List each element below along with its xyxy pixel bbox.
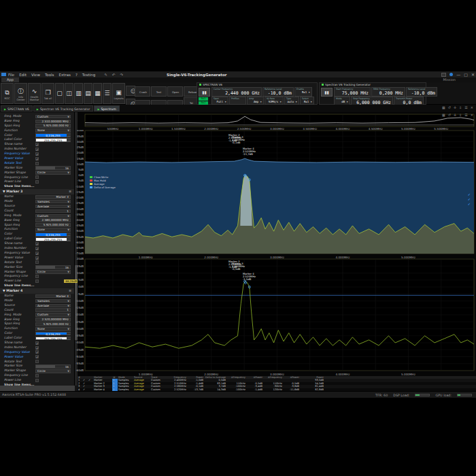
undo-icon[interactable]: ↶ bbox=[112, 73, 116, 77]
spectran-profiles-field[interactable]: Profiles bbox=[229, 97, 246, 105]
svg-text:-55dB: -55dB bbox=[75, 235, 84, 239]
expand-icon[interactable]: ⇳ bbox=[459, 113, 462, 117]
spectran-span-field[interactable]: SpanFull ▾ bbox=[211, 97, 228, 105]
svg-text:35dB: 35dB bbox=[77, 135, 84, 138]
checkbox-show-name[interactable]: ✓ bbox=[35, 143, 39, 146]
checkbox-index-number[interactable]: ✓ bbox=[35, 148, 39, 151]
checkbox-power-value[interactable]: ✓ bbox=[35, 157, 39, 160]
tracking-pause-button[interactable]: ▮▮ bbox=[321, 88, 333, 97]
spectran-type-field[interactable]: Typeauto ▾ bbox=[284, 97, 299, 105]
property-label: Base Freq bbox=[4, 218, 19, 223]
layout-6-button[interactable]: ☰ bbox=[103, 83, 112, 104]
layout-3-button[interactable]: ▥ bbox=[74, 83, 83, 104]
title-bar: FileEditViewToolsExtras?Testing ✎↶↷ Sing… bbox=[0, 71, 476, 78]
refresh-icon[interactable]: ↺ bbox=[448, 113, 451, 117]
menu-icon[interactable]: ☰ bbox=[464, 105, 467, 109]
tab-spectran-v6[interactable]: ▶SPECTRAN V6 bbox=[1, 105, 33, 112]
spectrum-main-chart[interactable]: 1.000MHz2.000MHz3.000MHz4.000MHz5.000MHz… bbox=[63, 130, 476, 263]
checkbox-rotate-text[interactable] bbox=[35, 360, 39, 363]
svg-text:-40dB: -40dB bbox=[75, 218, 84, 222]
crash-button[interactable]: Crash bbox=[135, 86, 150, 97]
checkbox-show-name[interactable]: ✓ bbox=[35, 341, 39, 345]
layouts-button[interactable]: ▣Layouts bbox=[112, 83, 125, 104]
spectrum-tracking-chart[interactable]: 1.000MHz2.000MHz3.000MHz4.000MHz5.000MHz… bbox=[63, 256, 476, 377]
rx1-badge[interactable]: Rx1 bbox=[199, 97, 208, 101]
property-label: Frequency Line bbox=[4, 175, 28, 180]
layout-2-button[interactable]: ◫ bbox=[65, 83, 73, 104]
roc-button[interactable]: ⧉ROC bbox=[1, 83, 14, 104]
spectran-amp-field[interactable]: AmpAmp ▾ bbox=[247, 97, 264, 105]
play-icon: ▶ bbox=[4, 107, 6, 111]
menu-item-view[interactable]: View bbox=[31, 73, 40, 77]
checkbox-frequency-line[interactable] bbox=[35, 374, 39, 377]
tracking-reference-level-field[interactable]: Reference Level-10,0 dBm bbox=[406, 87, 437, 97]
add-icon[interactable]: ✛ bbox=[454, 113, 456, 117]
close-icon[interactable]: ✕ bbox=[471, 113, 473, 117]
close-button[interactable]: ✕ bbox=[471, 71, 475, 78]
layout-1-button[interactable]: ▢ bbox=[55, 83, 64, 104]
tab-spectrum[interactable]: ▶Spectrum bbox=[94, 105, 119, 112]
menu-item-file[interactable]: File bbox=[8, 73, 14, 77]
test-button[interactable]: Test bbox=[151, 86, 167, 97]
checkbox-frequency-value[interactable]: ✓ bbox=[35, 252, 39, 255]
ribbon-tab-app[interactable]: App bbox=[1, 78, 19, 82]
menu-item-edit[interactable]: Edit bbox=[19, 73, 27, 77]
checkbox-index-number[interactable]: ✓ bbox=[35, 247, 39, 250]
checkbox-frequency-value[interactable]: ✓ bbox=[35, 152, 39, 156]
checkbox-frequency-value[interactable]: ✓ bbox=[35, 350, 39, 354]
grid-icon[interactable]: ▦ bbox=[442, 113, 445, 117]
band-overview-chart[interactable]: 500MHz1.000MHz1.500MHz2.000MHz2.500MHz3.… bbox=[63, 114, 476, 131]
checkbox-frequency-line[interactable] bbox=[35, 275, 39, 278]
checkbox-rotate-text[interactable] bbox=[35, 162, 39, 165]
checkbox-power-value[interactable]: ✓ bbox=[35, 355, 39, 358]
svg-text:-30dB: -30dB bbox=[75, 327, 84, 330]
menu-icon[interactable]: ☰ bbox=[464, 113, 467, 117]
checkbox-index-number[interactable]: ✓ bbox=[35, 346, 39, 350]
spectran-iq-rate-field[interactable]: IQ-Rate92MS/s ▾ bbox=[265, 97, 284, 105]
menu-item-tools[interactable]: Tools bbox=[45, 73, 54, 77]
tab-spectran-v6-tracking-generator[interactable]: ▶Spectran V6 Tracking Generator bbox=[33, 105, 94, 112]
checkbox-rotate-text[interactable] bbox=[35, 260, 39, 264]
minimize-button[interactable]: — bbox=[456, 71, 460, 78]
layout-4-button[interactable]: ▤ bbox=[84, 83, 92, 104]
checkbox-show-name[interactable]: ✓ bbox=[35, 242, 39, 245]
spectran-center-frequency-field[interactable]: Center Frequency2,440 000 GHz bbox=[211, 87, 262, 97]
spectran-pause-button[interactable]: ▮▮ bbox=[199, 88, 210, 97]
property-label: Color bbox=[4, 331, 12, 336]
marker-table[interactable]: #MarkeridModeSourceTraceFrequencyPowerDe… bbox=[78, 376, 476, 391]
checkbox-power-value[interactable]: ✓ bbox=[35, 256, 39, 260]
smiley-happy-button[interactable]: ☺ bbox=[126, 86, 135, 96]
property-label: Count bbox=[4, 308, 14, 313]
refresh-icon[interactable]: ↺ bbox=[448, 105, 451, 109]
maximize-button[interactable]: ▢ bbox=[464, 71, 468, 78]
checkbox-power-line[interactable] bbox=[35, 180, 39, 184]
device-led-icon bbox=[322, 84, 324, 86]
marker-check-list[interactable]: ✓✓✓ bbox=[468, 192, 471, 207]
tab-all-button[interactable]: ❒Tab all bbox=[41, 83, 54, 104]
tracking-start-frequency-field[interactable]: Start Frequency75,000 MHz bbox=[334, 87, 371, 97]
grid-icon[interactable]: ▦ bbox=[442, 105, 445, 109]
menu-item-?[interactable]: ? bbox=[75, 73, 78, 77]
info-center-button[interactable]: ⓘInfo Center bbox=[14, 83, 27, 104]
checkbox-frequency-line[interactable] bbox=[35, 175, 39, 179]
property-label: Freq. Mode bbox=[4, 313, 21, 318]
menu-item-testing[interactable]: Testing bbox=[82, 73, 95, 77]
redo-icon[interactable]: ↷ bbox=[120, 73, 123, 77]
spectran-select-field[interactable]: SelectRx1 ▾ bbox=[300, 97, 314, 105]
checkbox-power-line[interactable] bbox=[35, 379, 39, 382]
expand-icon[interactable]: ⇳ bbox=[459, 105, 462, 109]
edit-pen-icon[interactable]: ✎ bbox=[104, 73, 107, 77]
layout-5-button[interactable]: ▦ bbox=[93, 83, 102, 104]
checkbox-power-line[interactable] bbox=[35, 279, 39, 283]
health-monitor-button[interactable]: ∿Health Monitor bbox=[28, 83, 41, 104]
spectran-enable-field[interactable]: EnableRx1 ▾ bbox=[294, 87, 312, 97]
panel-row: Power Line bbox=[0, 378, 74, 383]
close-icon[interactable]: ✕ bbox=[471, 105, 473, 109]
grid-icon[interactable] bbox=[441, 73, 446, 77]
menu-item-extras[interactable]: Extras bbox=[59, 73, 71, 77]
tracking-rbw-frequency-field[interactable]: RBW Frequency0,200 MHz bbox=[371, 87, 405, 97]
spectran-reference-level-field[interactable]: Reference Level-10,0 dBm bbox=[262, 87, 294, 97]
open-button[interactable]: Open bbox=[167, 86, 183, 97]
add-icon[interactable]: ✛ bbox=[454, 105, 456, 109]
property-label: Function bbox=[4, 129, 18, 133]
